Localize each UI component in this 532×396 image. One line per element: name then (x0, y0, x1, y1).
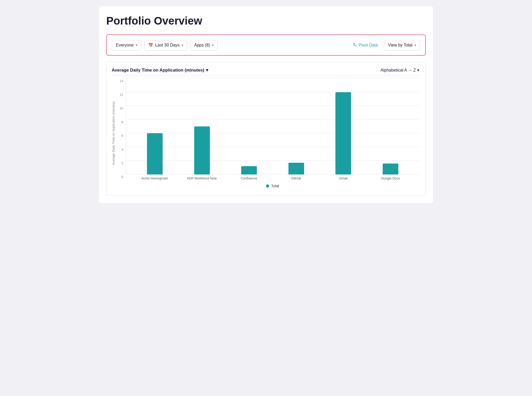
bar-group (273, 78, 320, 174)
y-label-0: 0 (121, 176, 123, 179)
chart-legend: Total (126, 184, 419, 188)
bar-group (179, 78, 226, 174)
page-title: Portfolio Overview (106, 15, 426, 27)
bar-google-docs[interactable] (383, 164, 398, 174)
audience-filter[interactable]: Everyone ▾ (112, 40, 141, 50)
audience-label: Everyone (116, 43, 134, 48)
x-label-0: Acme Homegrown (131, 177, 178, 180)
bar-acme-homegrown[interactable] (147, 133, 163, 174)
bar-adp-workforce-now[interactable] (194, 126, 210, 174)
bar-group (367, 78, 414, 174)
bar-group (226, 78, 273, 174)
bar-group (131, 78, 179, 174)
apps-filter[interactable]: Apps (8) ▾ (190, 40, 217, 50)
y-axis-title: Average Daily Time on Application (minut… (112, 101, 115, 165)
x-label-5: Google Docs (367, 177, 414, 180)
chart-title-chevron: ▾ (206, 67, 208, 73)
chart-title-dropdown[interactable]: Average Daily Time on Application (minut… (112, 67, 208, 73)
chart-title-text: Average Daily Time on Application (minut… (112, 68, 204, 73)
chart-sort-chevron: ▾ (417, 68, 419, 73)
chart-sort-label: Alphabetical A → Z (381, 68, 416, 73)
audience-chevron: ▾ (136, 43, 137, 47)
x-label-3: GitHub (273, 177, 320, 180)
y-axis-title-container: Average Daily Time on Application (minut… (112, 78, 116, 188)
filter-bar: Everyone ▾ 📅 Last 30 Days ▾ Apps (8) ▾ ↻… (106, 34, 426, 56)
chart-header: Average Daily Time on Application (minut… (112, 67, 419, 76)
view-by-chevron: ▾ (415, 43, 416, 47)
bar-confluence[interactable] (241, 166, 257, 174)
chart-area: Average Daily Time on Application (minut… (112, 78, 419, 188)
chart-sort-dropdown[interactable]: Alphabetical A → Z ▾ (381, 68, 419, 73)
pivot-label: Pivot Data (359, 43, 378, 48)
bar-group (320, 78, 367, 174)
page-container: Portfolio Overview Everyone ▾ 📅 Last 30 … (99, 6, 433, 203)
bar-github[interactable] (288, 163, 304, 174)
chart-grid (126, 78, 419, 174)
x-labels: Acme HomegrownADP Workforce NowConfluenc… (126, 177, 419, 180)
view-by-label: View by Total (388, 43, 412, 48)
date-chevron: ▾ (182, 43, 183, 47)
calendar-icon: 📅 (148, 43, 153, 48)
x-label-4: Gmail (320, 177, 367, 180)
y-label-2: 2 (121, 162, 123, 165)
chart-section: Average Daily Time on Application (minut… (106, 62, 426, 196)
y-label-14: 14 (120, 79, 123, 83)
y-label-12: 12 (120, 93, 123, 96)
x-label-1: ADP Workforce Now (178, 177, 226, 180)
y-label-6: 6 (121, 134, 123, 137)
legend-label: Total (271, 184, 279, 188)
view-by-filter[interactable]: View by Total ▾ (384, 40, 420, 50)
y-label-10: 10 (120, 107, 123, 110)
legend-dot (266, 184, 269, 188)
pivot-data-button[interactable]: ↻ Pivot Data (350, 40, 381, 50)
y-label-8: 8 (121, 121, 123, 124)
date-range-label: Last 30 Days (155, 43, 180, 48)
x-label-2: Confluence (225, 177, 273, 180)
chart-left: Average Daily Time on Application (minut… (112, 78, 126, 188)
y-label-4: 4 (121, 148, 123, 151)
y-axis: 14 12 10 8 6 4 2 0 (116, 78, 126, 188)
date-range-filter[interactable]: 📅 Last 30 Days ▾ (144, 40, 187, 50)
pivot-icon: ↻ (353, 42, 357, 48)
apps-chevron: ▾ (212, 43, 214, 47)
apps-label: Apps (8) (194, 43, 210, 48)
chart-body: Acme HomegrownADP Workforce NowConfluenc… (126, 78, 419, 188)
bar-gmail[interactable] (335, 92, 351, 174)
bars-container (126, 78, 419, 174)
